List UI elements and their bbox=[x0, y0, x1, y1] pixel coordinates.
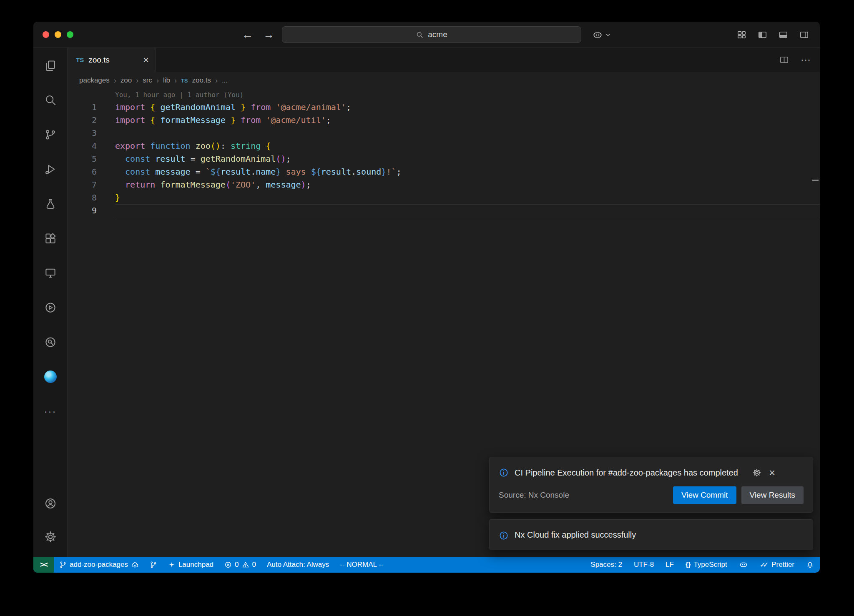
code-line-7[interactable]: 7 return formatMessage('ZOO', message); bbox=[68, 178, 820, 191]
traffic-lights bbox=[43, 31, 73, 38]
language-indicator[interactable]: {} TypeScript bbox=[680, 557, 733, 573]
tab-zoo-ts[interactable]: TS zoo.ts × bbox=[68, 48, 156, 72]
line-number[interactable]: 8 bbox=[68, 191, 97, 204]
source-control-graph-indicator[interactable] bbox=[144, 557, 163, 573]
run-debug-icon[interactable] bbox=[33, 152, 68, 186]
notification-center: CI Pipeline Execution for #add-zoo-packa… bbox=[489, 457, 813, 550]
command-center-search[interactable]: acme bbox=[282, 26, 581, 43]
split-editor-icon[interactable] bbox=[779, 55, 789, 65]
inspect-icon[interactable] bbox=[33, 325, 68, 359]
warning-count: 0 bbox=[252, 561, 256, 569]
indentation-label: Spaces: 2 bbox=[590, 561, 622, 569]
auto-attach-label: Auto Attach: Always bbox=[267, 561, 329, 569]
close-notification-icon[interactable]: × bbox=[769, 467, 775, 478]
branch-name: add-zoo-packages bbox=[70, 561, 128, 569]
tab-label: zoo.ts bbox=[88, 55, 110, 65]
extensions-icon[interactable] bbox=[33, 221, 68, 255]
code-line-9[interactable]: 9 bbox=[68, 204, 820, 217]
line-number[interactable]: 6 bbox=[68, 165, 97, 178]
testing-icon[interactable] bbox=[33, 186, 68, 221]
line-number[interactable]: 5 bbox=[68, 153, 97, 165]
code-line-8[interactable]: 8} bbox=[68, 191, 820, 204]
formatter-label: Prettier bbox=[771, 561, 794, 569]
remote-explorer-icon[interactable] bbox=[33, 255, 68, 290]
view-commit-button[interactable]: View Commit bbox=[673, 486, 736, 504]
cloud-upload-icon bbox=[131, 561, 139, 569]
titlebar: ← → acme bbox=[33, 22, 820, 48]
copilot-menu-button[interactable] bbox=[592, 22, 611, 48]
line-content: import { formatMessage } from '@acme/uti… bbox=[97, 114, 331, 127]
code-line-5[interactable]: 5 const result = getRandomAnimal(); bbox=[68, 153, 820, 165]
edge-browser-icon[interactable] bbox=[33, 359, 68, 394]
notifications-bell[interactable] bbox=[800, 557, 820, 573]
search-sidebar-icon[interactable] bbox=[33, 83, 68, 117]
additional-views-icon[interactable]: ··· bbox=[33, 394, 68, 428]
breadcrumb-item[interactable]: packages bbox=[79, 76, 110, 85]
line-number[interactable]: 1 bbox=[68, 101, 97, 114]
code-line-4[interactable]: 4export function zoo(): string { bbox=[68, 140, 820, 153]
toggle-sidebar-left-icon[interactable] bbox=[758, 30, 767, 40]
back-icon[interactable]: ← bbox=[242, 29, 253, 40]
gitlens-annotation: You, 1 hour ago | 1 author (You) bbox=[68, 89, 820, 101]
breadcrumb-more[interactable]: ... bbox=[222, 76, 228, 85]
breadcrumb: packages › zoo › src › lib › TS zoo.ts ›… bbox=[68, 72, 820, 89]
customize-layout-icon[interactable] bbox=[737, 30, 746, 40]
typescript-file-icon: TS bbox=[181, 78, 188, 84]
double-check-icon: ✓✓ bbox=[760, 561, 769, 569]
breadcrumb-item[interactable]: lib bbox=[163, 76, 170, 85]
breadcrumb-item[interactable]: zoo bbox=[121, 76, 132, 85]
eol-label: LF bbox=[666, 561, 674, 569]
command-center-value: acme bbox=[428, 30, 447, 39]
account-icon[interactable] bbox=[33, 487, 68, 520]
breadcrumb-file[interactable]: zoo.ts bbox=[192, 76, 211, 85]
toggle-panel-bottom-icon[interactable] bbox=[779, 30, 788, 40]
warning-icon bbox=[242, 561, 249, 568]
line-number[interactable]: 2 bbox=[68, 114, 97, 127]
close-tab-icon[interactable]: × bbox=[143, 55, 149, 65]
error-count: 0 bbox=[235, 561, 239, 569]
encoding-label: UTF-8 bbox=[634, 561, 654, 569]
line-number[interactable]: 4 bbox=[68, 140, 97, 153]
settings-gear-icon[interactable] bbox=[33, 520, 68, 553]
toggle-sidebar-right-icon[interactable] bbox=[799, 30, 809, 40]
eol-indicator[interactable]: LF bbox=[660, 557, 680, 573]
line-number[interactable]: 3 bbox=[68, 127, 97, 140]
encoding-indicator[interactable]: UTF-8 bbox=[628, 557, 660, 573]
line-number[interactable]: 9 bbox=[68, 204, 97, 217]
explorer-icon[interactable] bbox=[33, 48, 68, 83]
indentation-indicator[interactable]: Spaces: 2 bbox=[585, 557, 628, 573]
code-line-1[interactable]: 1import { getRandomAnimal } from '@acme/… bbox=[68, 101, 820, 114]
activity-bar-bottom bbox=[33, 487, 68, 557]
forward-icon[interactable]: → bbox=[263, 29, 274, 40]
copilot-status-indicator[interactable] bbox=[733, 557, 754, 573]
zoom-window-button[interactable] bbox=[67, 31, 73, 38]
line-content: } bbox=[97, 191, 120, 204]
more-actions-icon[interactable]: ⋯ bbox=[801, 55, 811, 65]
code-line-2[interactable]: 2import { formatMessage } from '@acme/ut… bbox=[68, 114, 820, 127]
view-results-button[interactable]: View Results bbox=[741, 486, 804, 504]
code-line-6[interactable]: 6 const message = `${result.name} says $… bbox=[68, 165, 820, 178]
close-window-button[interactable] bbox=[43, 31, 49, 38]
copilot-icon bbox=[592, 30, 603, 40]
nx-console-icon[interactable] bbox=[33, 290, 68, 325]
vim-mode-indicator[interactable]: -- NORMAL -- bbox=[334, 557, 389, 573]
launchpad-indicator[interactable]: Launchpad bbox=[163, 557, 219, 573]
code-line-3[interactable]: 3 bbox=[68, 127, 820, 140]
notification-settings-gear-icon[interactable] bbox=[752, 468, 761, 477]
line-number[interactable]: 7 bbox=[68, 178, 97, 191]
remote-indicator[interactable]: >< bbox=[33, 557, 54, 573]
line-content bbox=[97, 204, 115, 217]
remote-icon: >< bbox=[40, 561, 47, 569]
minimize-window-button[interactable] bbox=[55, 31, 61, 38]
breadcrumb-item[interactable]: src bbox=[143, 76, 152, 85]
language-label: TypeScript bbox=[693, 561, 727, 569]
branch-indicator[interactable]: add-zoo-packages bbox=[54, 557, 144, 573]
source-control-icon[interactable] bbox=[33, 117, 68, 152]
auto-attach-indicator[interactable]: Auto Attach: Always bbox=[261, 557, 334, 573]
line-content: return formatMessage('ZOO', message); bbox=[97, 178, 311, 191]
git-graph-icon bbox=[150, 561, 157, 568]
layout-controls bbox=[737, 22, 809, 48]
problems-indicator[interactable]: 0 0 bbox=[219, 557, 261, 573]
notification-source: Source: Nx Console bbox=[499, 491, 668, 500]
formatter-indicator[interactable]: ✓✓ Prettier bbox=[754, 557, 800, 573]
